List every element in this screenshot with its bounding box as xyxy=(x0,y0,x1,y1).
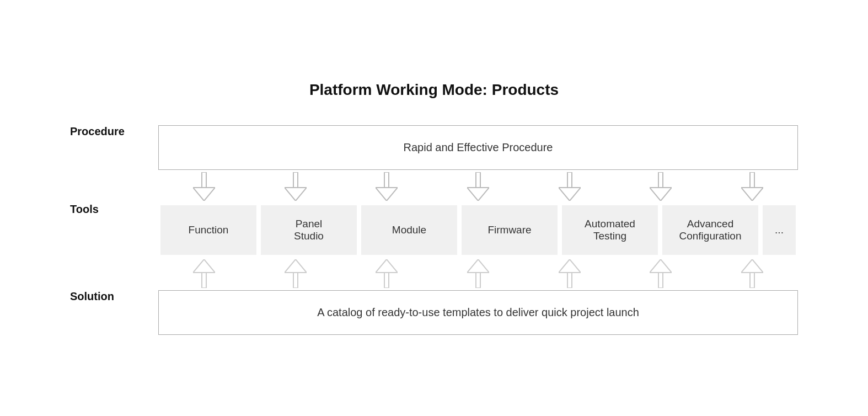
tool-box-more[interactable]: ... xyxy=(763,205,796,255)
svg-marker-1 xyxy=(193,188,215,201)
tools-label: Tools xyxy=(70,203,158,257)
tool-box-automated-testing[interactable]: Automated Testing xyxy=(562,205,658,255)
tool-box-module[interactable]: Module xyxy=(361,205,457,255)
svg-marker-5 xyxy=(376,188,398,201)
up-arrow xyxy=(615,257,707,290)
svg-marker-3 xyxy=(285,188,307,201)
svg-marker-24 xyxy=(650,259,672,273)
svg-rect-25 xyxy=(658,273,663,288)
svg-rect-2 xyxy=(293,172,298,188)
down-arrow xyxy=(615,170,707,203)
down-arrow xyxy=(250,170,341,203)
up-arrow xyxy=(706,257,798,290)
svg-rect-12 xyxy=(750,172,754,188)
up-arrow xyxy=(250,257,341,290)
tool-box-panel-studio[interactable]: Panel Studio xyxy=(261,205,357,255)
procedure-row: Procedure Rapid and Effective Procedure xyxy=(70,125,798,170)
svg-rect-17 xyxy=(293,273,298,288)
solution-label: Solution xyxy=(70,290,158,335)
svg-rect-10 xyxy=(658,172,663,188)
svg-rect-4 xyxy=(384,172,389,188)
svg-rect-15 xyxy=(202,273,206,288)
down-arrows-row xyxy=(158,170,798,203)
solution-content: A catalog of ready-to-use templates to d… xyxy=(158,290,798,335)
down-arrow xyxy=(341,170,432,203)
svg-rect-0 xyxy=(202,172,206,188)
svg-marker-26 xyxy=(741,259,763,273)
solution-row: Solution A catalog of ready-to-use templ… xyxy=(70,290,798,335)
tool-box-firmware[interactable]: Firmware xyxy=(462,205,558,255)
tools-content: FunctionPanel StudioModuleFirmwareAutoma… xyxy=(158,203,798,257)
procedure-label: Procedure xyxy=(70,125,158,170)
svg-marker-20 xyxy=(467,259,489,273)
up-arrows-row xyxy=(158,257,798,290)
up-arrow xyxy=(524,257,615,290)
tools-row: Tools FunctionPanel StudioModuleFirmware… xyxy=(70,203,798,257)
svg-marker-7 xyxy=(467,188,489,201)
down-arrow xyxy=(706,170,798,203)
svg-rect-8 xyxy=(567,172,572,188)
svg-marker-14 xyxy=(193,259,215,273)
procedure-content: Rapid and Effective Procedure xyxy=(158,125,798,170)
svg-marker-22 xyxy=(559,259,581,273)
tools-list: FunctionPanel StudioModuleFirmwareAutoma… xyxy=(158,203,798,257)
svg-marker-18 xyxy=(376,259,398,273)
up-arrow xyxy=(432,257,524,290)
up-arrow xyxy=(341,257,432,290)
svg-rect-27 xyxy=(750,273,754,288)
svg-marker-13 xyxy=(741,188,763,201)
svg-rect-23 xyxy=(567,273,572,288)
tool-box-function[interactable]: Function xyxy=(160,205,256,255)
down-arrow xyxy=(432,170,524,203)
svg-rect-6 xyxy=(476,172,480,188)
tool-box-advanced-configuration[interactable]: Advanced Configuration xyxy=(662,205,758,255)
down-arrow xyxy=(158,170,250,203)
svg-marker-11 xyxy=(650,188,672,201)
svg-marker-16 xyxy=(285,259,307,273)
svg-marker-9 xyxy=(559,188,581,201)
procedure-box: Rapid and Effective Procedure xyxy=(158,125,798,170)
svg-rect-21 xyxy=(476,273,480,288)
down-arrow xyxy=(524,170,615,203)
diagram-container: Platform Working Mode: Products Procedur… xyxy=(48,70,820,346)
svg-rect-19 xyxy=(384,273,389,288)
up-arrow xyxy=(158,257,250,290)
page-title: Platform Working Mode: Products xyxy=(70,81,798,99)
solution-box: A catalog of ready-to-use templates to d… xyxy=(158,290,798,335)
